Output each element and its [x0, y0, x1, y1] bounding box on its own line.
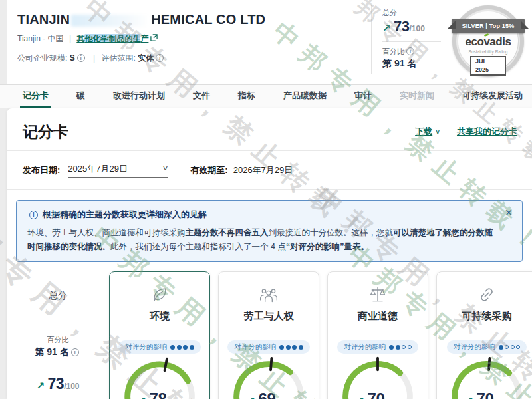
date-row: 发布日期: 2025年7月29日 ˅ 有效期至: 2026年7月29日 — [7, 151, 532, 190]
theme-card[interactable]: 可持续采购 对评分的影响 ↗ 70/100 — [436, 271, 532, 399]
score-impact-pill: 对评分的影响 — [337, 340, 418, 354]
percentile-label: 百分比i — [382, 47, 443, 57]
external-link-icon — [150, 34, 158, 43]
company-subtitle: Tianjin - 中国 | 其他化学制品的生产 — [17, 33, 265, 45]
publish-date-label: 发布日期: — [23, 164, 60, 176]
people-icon — [219, 285, 319, 305]
ecovadis-scorecard-page: TIANJINHEMICAL CO LTD Tianjin - 中国 | 其他化… — [0, 0, 532, 399]
total-score-label: 总分 — [7, 290, 109, 302]
medal-subtitle: Sustainability Rating — [452, 49, 524, 54]
theme-title: 环境 — [110, 310, 209, 323]
tab-carbon[interactable]: 碳 — [74, 85, 88, 108]
theme-score-value: ↗ 78/100 — [116, 390, 203, 399]
score-gauge: ↗ 70/100 — [334, 356, 422, 399]
impact-dots — [170, 345, 194, 350]
total-score-label: 总分 — [382, 8, 443, 18]
info-banner: i根据精确的主题分数获取更详细深入的见解 ✕ 环境、劳工与人权、商业道德和可持续… — [16, 200, 523, 262]
banner-body: 环境、劳工与人权、商业道德和可持续采购主题分数不再四舍五入到最接近的十分位数。这… — [27, 226, 499, 253]
company-name-suffix: HEMICAL CO LTD — [151, 12, 265, 27]
medal-tier-ribbon: SILVER | Top 15% — [452, 19, 525, 33]
total-score-value: ↗ 73/100 — [382, 18, 443, 35]
tab-improvement-plan[interactable]: 改进行动计划 — [110, 85, 168, 108]
company-size-value: S — [70, 53, 75, 63]
banner-title: i根据精确的主题分数获取更详细深入的见解 — [27, 209, 499, 221]
scorecard-panel: 记分卡 下载˅ 共享我的记分卡 发布日期: 2025年7月29日 ˅ 有效期至:… — [7, 108, 532, 399]
page-header: TIANJINHEMICAL CO LTD Tianjin - 中国 | 其他化… — [7, 0, 532, 84]
divider — [382, 41, 441, 42]
theme-card[interactable]: 劳工与人权 对评分的影响 ↗ 69/100 — [218, 271, 319, 399]
chain-link-icon — [437, 285, 532, 305]
theme-card[interactable]: 商业道德 对评分的影响 ↗ 70/100 — [327, 271, 428, 399]
info-icon: i — [29, 211, 38, 219]
tab-sustainability-activities[interactable]: 可持续发展活动 — [460, 85, 525, 108]
tab-product-carbon-data[interactable]: 产品碳数据 — [281, 85, 329, 108]
company-location: Tianjin - 中国 — [17, 34, 64, 43]
theme-card[interactable]: 环境 对评分的影响 ↗ 78/100 — [109, 271, 210, 399]
separator: | — [69, 34, 71, 43]
info-icon[interactable]: i — [71, 348, 79, 356]
share-scorecard-button[interactable]: 共享我的记分卡 — [457, 126, 517, 138]
chevron-down-icon: ˅ — [163, 164, 168, 174]
impact-dots — [499, 345, 521, 350]
theme-score-value: ↗ 70/100 — [334, 390, 422, 399]
scores-section: 总分 百分比 第 91 名i ↗ 73/100 环境 对评分的影响 ↗ — [7, 271, 532, 399]
trend-up-arrow-icon: ↗ — [138, 396, 146, 399]
medal-date: JUL 2025 — [470, 56, 506, 76]
theme-cards: 环境 对评分的影响 ↗ 78/100 劳工与人权 对评分的影响 — [109, 271, 532, 399]
divider — [39, 368, 77, 368]
theme-title: 劳工与人权 — [219, 310, 319, 323]
tab-scorecard[interactable]: 记分卡 — [20, 85, 51, 108]
score-gauge: ↗ 70/100 — [443, 356, 531, 399]
info-icon[interactable]: i — [156, 54, 164, 62]
company-meta: 公司企业规模: Si | 评估范围: 实体i — [17, 53, 265, 64]
tab-metrics[interactable]: 指标 — [235, 85, 258, 108]
impact-dots — [279, 345, 303, 350]
ecovadis-logo: ecovadis — [452, 35, 524, 49]
scales-icon — [328, 285, 428, 305]
theme-score-value: ↗ 69/100 — [225, 390, 313, 399]
page-title: 记分卡 — [23, 122, 68, 142]
score-gauge: ↗ 78/100 — [116, 356, 203, 399]
redacted-name-region — [71, 15, 150, 27]
company-block: TIANJINHEMICAL CO LTD Tianjin - 中国 | 其他化… — [17, 12, 265, 64]
overall-score-panel: 总分 百分比 第 91 名i ↗ 73/100 — [7, 271, 109, 399]
chevron-down-icon: ˅ — [436, 128, 440, 136]
trend-up-arrow-icon: ↗ — [37, 380, 45, 391]
company-name: TIANJINHEMICAL CO LTD — [17, 12, 265, 27]
close-icon[interactable]: ✕ — [505, 207, 513, 218]
valid-until-value: 2026年7月29日 — [233, 164, 293, 176]
tab-documents[interactable]: 文件 — [190, 85, 213, 108]
theme-title: 可持续采购 — [437, 310, 532, 323]
ecovadis-medal: SILVER | Top 15% ecovadis Sustainability… — [452, 5, 524, 77]
scorecard-header: 记分卡 下载˅ 共享我的记分卡 — [7, 108, 532, 151]
theme-score-value: ↗ 70/100 — [443, 390, 531, 399]
trend-up-arrow-icon: ↗ — [466, 396, 473, 399]
score-gauge: ↗ 69/100 — [225, 356, 313, 399]
percentile-rank: 第 91 名 — [382, 58, 443, 70]
info-icon[interactable]: i — [406, 47, 414, 55]
tab-bar: 记分卡碳改进行动计划文件指标产品碳数据审计实时新闻可持续发展活动 — [0, 84, 532, 108]
tab-audit[interactable]: 审计 — [352, 85, 374, 108]
publish-date-value: 2025年7月29日 — [68, 163, 128, 175]
scope-value: 实体 — [138, 53, 154, 63]
theme-title: 商业道德 — [328, 310, 428, 323]
industry-link[interactable]: 其他化学制品的生产 — [76, 34, 148, 43]
total-score-value: ↗ 73/100 — [7, 375, 109, 393]
header-score-summary: 总分 ↗ 73/100 百分比i 第 91 名 — [371, 5, 443, 74]
scope-label: 评估范围: — [102, 53, 136, 63]
company-name-prefix: TIANJIN — [17, 12, 70, 27]
tab-live-news[interactable]: 实时新闻 — [397, 85, 437, 108]
percentile-rank: 第 91 名i — [7, 346, 109, 358]
trend-up-arrow-icon: ↗ — [247, 396, 255, 399]
score-impact-pill: 对评分的影响 — [227, 340, 310, 354]
percentile-label: 百分比 — [7, 335, 109, 345]
leaf-icon — [110, 285, 209, 305]
highlight-overlay: 他化学制品的生 — [84, 34, 140, 43]
valid-until-label: 有效期至: — [190, 164, 227, 176]
info-icon[interactable]: i — [77, 54, 85, 62]
download-button[interactable]: 下载˅ — [415, 126, 440, 138]
company-size-label: 公司企业规模: — [17, 53, 67, 63]
trend-up-arrow-icon: ↗ — [356, 396, 364, 399]
publish-date-select[interactable]: 2025年7月29日 ˅ — [68, 163, 168, 178]
trend-up-arrow-icon: ↗ — [382, 22, 391, 33]
